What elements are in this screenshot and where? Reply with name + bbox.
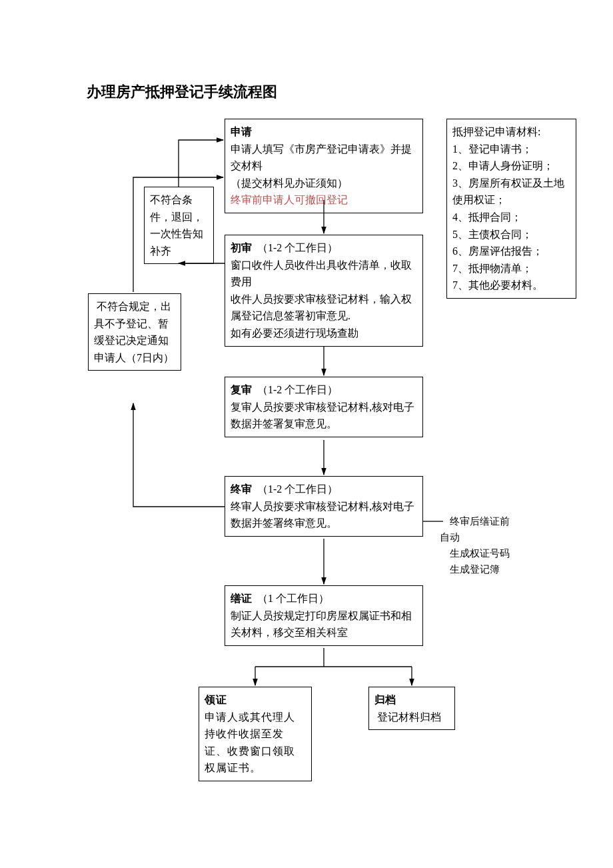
get-l1: 申请人或其代理人持收件收据至发证、收费窗口领取权属证书。 — [205, 709, 306, 777]
mat-1: 1、登记申请书； — [452, 141, 570, 158]
flowchart-page: 办理房产抵押登记手续流程图 申请 申请人填写《市房产登记申请表》并提交材料 （提… — [0, 0, 613, 868]
mat-4: 4、抵押合同； — [452, 209, 570, 226]
page-title: 办理房产抵押登记手续流程图 — [87, 80, 277, 103]
review-head: 复审 — [231, 384, 252, 395]
apply-line3: 终审前申请人可撤回登记 — [231, 191, 417, 209]
step-final: 终审 （1-2 个工作日） 终审人员按要求审核登记材料,核对电子数据并签署终审意… — [225, 476, 423, 537]
mat-6: 6、房屋评估报告； — [452, 243, 570, 260]
mat-2: 2、申请人身份证明； — [452, 157, 570, 175]
reject-condition: 不符合条件，退回，一次性告知补齐 — [144, 187, 214, 264]
rej2-text: 不符合规定，出具不予登记、暂缓登记决定通知申请人（7日内） — [94, 298, 175, 366]
step-issue: 缮证 （1 个工作日） 制证人员按规定打印房屋权属证书和相关材料，移交至相关科室 — [225, 585, 423, 646]
arch-l1: 登记材料归档 — [374, 709, 449, 726]
review-dur: （1-2 个工作日） — [257, 384, 338, 395]
note-l4: 生成登记簿 — [440, 561, 573, 577]
apply-line1: 申请人填写《市房产登记申请表》并提交材料 — [231, 141, 417, 175]
first-l3: 如有必要还须进行现场查勘 — [231, 325, 417, 342]
final-note: 终审后缮证前 自动 生成权证号码 生成登记簿 — [440, 513, 573, 577]
first-l1: 窗口收件人员收件出具收件清单，收取费用 — [231, 257, 417, 291]
step-archive: 归档 登记材料归档 — [368, 687, 455, 730]
mat-8: 7、其他必要材料。 — [452, 277, 570, 294]
review-l1: 复审人员按要求审核登记材料,核对电子数据并签署复审意见。 — [231, 399, 417, 433]
materials-box: 抵押登记申请材料: 1、登记申请书； 2、申请人身份证明； 3、房屋所有权证及土… — [446, 119, 576, 299]
arch-head: 归档 — [374, 694, 396, 705]
mat-7: 7、抵押物清单； — [452, 260, 570, 277]
mat-head: 抵押登记申请材料: — [452, 123, 570, 141]
note-l1: 终审后缮证前 — [440, 513, 573, 529]
final-dur: （1-2 个工作日） — [257, 483, 338, 495]
step-first-review: 初审 （1-2 个工作日） 窗口收件人员收件出具收件清单，收取费用 收件人员按要… — [225, 235, 423, 347]
first-dur: （1-2 个工作日） — [257, 242, 338, 253]
note-l3: 生成权证号码 — [440, 545, 573, 561]
step-review: 复审 （1-2 个工作日） 复审人员按要求审核登记材料,核对电子数据并签署复审意… — [225, 377, 423, 437]
mat-3: 3、房屋所有权证及土地使用权证； — [452, 175, 570, 209]
issue-head: 缮证 — [231, 593, 252, 604]
step-get: 领证 申请人或其代理人持收件收据至发证、收费窗口领取权属证书。 — [199, 687, 312, 781]
reject-regulation: 不符合规定，出具不予登记、暂缓登记决定通知申请人（7日内） — [88, 293, 181, 371]
issue-dur: （1 个工作日） — [257, 593, 329, 604]
apply-head: 申请 — [231, 126, 252, 137]
first-l2: 收件人员按要求审核登记材料，输入权属登记信息签署初审意见. — [231, 291, 417, 325]
first-head: 初审 — [231, 242, 252, 253]
apply-line2: （提交材料见办证须知） — [231, 175, 417, 192]
step-apply: 申请 申请人填写《市房产登记申请表》并提交材料 （提交材料见办证须知） 终审前申… — [225, 119, 423, 213]
final-head: 终审 — [231, 483, 252, 495]
rej1-text: 不符合条件，退回，一次性告知补齐 — [150, 191, 208, 259]
note-l2: 自动 — [440, 529, 573, 545]
get-head: 领证 — [205, 694, 227, 705]
final-l1: 终审人员按要求审核登记材料,核对电子数据并签署终审意见。 — [231, 498, 417, 532]
mat-5: 5、主债权合同； — [452, 226, 570, 243]
issue-l1: 制证人员按规定打印房屋权属证书和相关材料，移交至相关科室 — [231, 607, 417, 641]
